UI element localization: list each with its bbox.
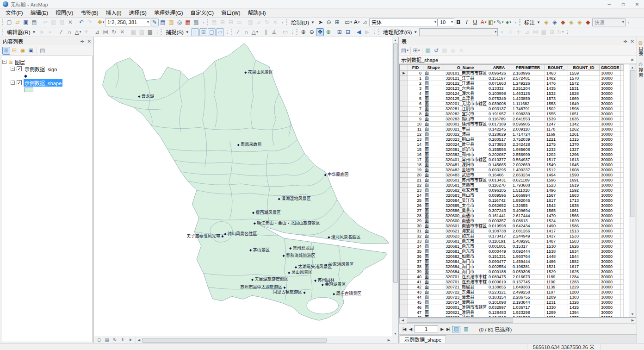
row-selector[interactable]: [400, 269, 408, 275]
curve-construction-button[interactable]: ∩: [242, 28, 250, 36]
row-selector[interactable]: [400, 203, 408, 208]
table-row[interactable]: 32面320623_如东县0.1734172.24494914371533300…: [400, 234, 624, 239]
map-horizontal-scrollbar[interactable]: ◻▤↻‖➤ ◀ ▶: [94, 337, 392, 343]
scroll-up-icon[interactable]: ▲: [629, 64, 636, 70]
scrollbar-thumb[interactable]: [142, 338, 327, 343]
row-selector[interactable]: [400, 249, 408, 254]
table-row[interactable]: 15面320381_新沂市0.1555561.98560812321327300…: [400, 147, 624, 152]
print-button[interactable]: ▤: [31, 19, 38, 26]
table-row[interactable]: 12面320322_沛县0.1288291.714724116912613000…: [400, 132, 624, 137]
row-selector[interactable]: [400, 96, 408, 101]
maximize-button[interactable]: □: [616, 0, 630, 9]
column-header-area[interactable]: AREA: [487, 65, 511, 71]
editor-menu[interactable]: 编辑器(R)▼: [5, 28, 37, 36]
menu-item-2[interactable]: 编辑(E): [27, 9, 52, 18]
toc-options-button[interactable]: ▤: [39, 47, 47, 55]
row-selector[interactable]: [400, 280, 408, 285]
collapse-icon[interactable]: −: [11, 81, 15, 85]
scroll-down-icon[interactable]: ▼: [629, 311, 636, 317]
map-canvas[interactable]: 花果山风景区云龙湖周恩来故居中华麋鹿园溱湖湿地风景区瘦西湖风景区镇江焦山・金山・…: [94, 37, 392, 337]
straight-segment-button[interactable]: ∕: [57, 28, 65, 36]
snapping-menu[interactable]: 捕捉(S)▼: [164, 28, 191, 36]
row-selector[interactable]: [400, 300, 408, 305]
row-selector[interactable]: [400, 117, 408, 122]
toolbar-overflow-icon[interactable]: ⋮: [200, 20, 205, 25]
row-selector[interactable]: [400, 183, 408, 188]
italic-button[interactable]: I: [463, 19, 471, 26]
row-selector[interactable]: [400, 315, 408, 318]
table-row[interactable]: 8面320282_宜兴市0.1919571.998339155516513000…: [400, 112, 624, 117]
new-map-button[interactable]: ▢: [6, 19, 13, 26]
menu-item-3[interactable]: 视图(V): [52, 9, 77, 18]
close-button[interactable]: ✕: [630, 0, 644, 9]
table-row[interactable]: 30面320601_南通市市辖区0.0195980.64243414901586…: [400, 224, 624, 229]
row-selector[interactable]: [400, 106, 408, 112]
list-by-source-button[interactable]: ⊟: [11, 47, 19, 55]
table-row[interactable]: 17面320401_常州市市辖区0.0103770.56493715171613…: [400, 157, 624, 162]
table-row[interactable]: 7面320281_江阴市0.0931371.748791150215983000…: [400, 106, 624, 112]
row-selector[interactable]: ▶: [400, 71, 408, 76]
toolbar-overflow-icon[interactable]: ⋮: [290, 30, 295, 34]
parallel-constraint-button[interactable]: ∥: [262, 28, 270, 36]
scroll-down-icon[interactable]: ▼: [392, 331, 399, 337]
row-selector[interactable]: [400, 264, 408, 269]
row-selector[interactable]: [400, 147, 408, 152]
collapse-icon[interactable]: −: [2, 60, 6, 64]
row-selector[interactable]: [400, 208, 408, 213]
callout-tool-button[interactable]: ⊿: [361, 19, 369, 26]
table-row[interactable]: 47面320821_淮阴县0.1284831.92329812991394300…: [400, 310, 624, 315]
table-row[interactable]: 41面320701_连云港市市辖区0.0006190.1377451190128…: [400, 280, 624, 285]
pan-button[interactable]: ✥: [316, 28, 324, 36]
toolbar-grip[interactable]: [2, 19, 3, 25]
menu-item-9[interactable]: 窗口(W): [217, 9, 244, 18]
sketch-shape-button[interactable]: △▾: [74, 28, 82, 36]
row-selector[interactable]: [400, 229, 408, 234]
row-selector[interactable]: [400, 295, 408, 300]
font-name-combo[interactable]: 宋体: [369, 19, 438, 26]
column-header-bount_id[interactable]: BOUNT_ID: [568, 65, 600, 71]
switch-selection-button[interactable]: ↺: [433, 47, 440, 55]
minimize-button[interactable]: ─: [602, 0, 616, 9]
last-record-button[interactable]: ▶|: [446, 327, 451, 331]
table-row[interactable]: 25面320584_吴江市0.1167421.89204616171713300…: [400, 198, 624, 203]
menu-item-8[interactable]: 自定义(C): [187, 9, 217, 18]
table-row[interactable]: 35面320681_启东市0.0004490.09244415381634300…: [400, 249, 624, 254]
table-row[interactable]: 43面320722_东海县0.2231212.49925811871280300…: [400, 290, 624, 295]
toolbar-grip[interactable]: [2, 29, 3, 35]
table-row[interactable]: 44面320723_灌云县0.1831542.28675512091303300…: [400, 295, 624, 300]
table-options-button[interactable]: ▤▾: [401, 47, 409, 55]
table-row[interactable]: 27面320586_吴县市0.3072433.40969415651661300…: [400, 208, 624, 213]
list-by-drawing-order-button[interactable]: ≣: [2, 47, 10, 55]
table-row[interactable]: 2面320122_江浦县0.0716631.249226147615723000…: [400, 81, 624, 86]
toolbar-grip[interactable]: [378, 29, 379, 35]
row-selector[interactable]: [400, 137, 408, 142]
rotate-element-button[interactable]: ⊙: [325, 19, 333, 26]
row-selector[interactable]: [400, 173, 408, 178]
row-selector[interactable]: [400, 142, 408, 147]
row-selector[interactable]: [400, 219, 408, 224]
zoom-to-element-button[interactable]: ⊞: [333, 19, 341, 26]
zoom-out-button[interactable]: ⊖: [308, 28, 316, 36]
catalog-dock-tab[interactable]: ▥ 目录: [637, 41, 644, 56]
map-scale-combo[interactable]: 1:2, 258, 381: [105, 19, 150, 26]
toc-node-layers[interactable]: − ≋ 图层: [2, 58, 91, 65]
layout-view-button[interactable]: ▤: [104, 337, 110, 343]
previous-record-button[interactable]: ◀: [408, 327, 413, 331]
back-extent-button[interactable]: ◀: [355, 28, 363, 36]
row-selector[interactable]: [400, 305, 408, 310]
close-icon[interactable]: ✕: [631, 39, 634, 44]
font-color-button[interactable]: A▾: [479, 19, 487, 26]
layer-name-selected[interactable]: 示例数据_shape: [24, 79, 62, 87]
first-record-button[interactable]: |◀: [402, 327, 407, 331]
table-row[interactable]: 34面320681_启东市0.0010010.15317153016263000…: [400, 244, 624, 249]
line-construction-button[interactable]: ∕: [234, 28, 242, 36]
fixed-zoom-out-button[interactable]: ⊟: [344, 28, 352, 36]
table-row[interactable]: 10面320301_徐州市市辖区0.0171890.59690512471342…: [400, 122, 624, 127]
scrollbar-thumb[interactable]: [630, 70, 635, 217]
column-header-perimeter[interactable]: PERIMETER: [511, 65, 545, 71]
row-selector[interactable]: [400, 239, 408, 244]
pin-icon[interactable]: ✛: [623, 39, 627, 44]
table-row[interactable]: 38面320684_海门市0.0025540.19838115211617300…: [400, 264, 624, 269]
search-dock-tab[interactable]: ◎ 搜索: [637, 62, 644, 78]
toolbar-grip[interactable]: [207, 19, 208, 25]
